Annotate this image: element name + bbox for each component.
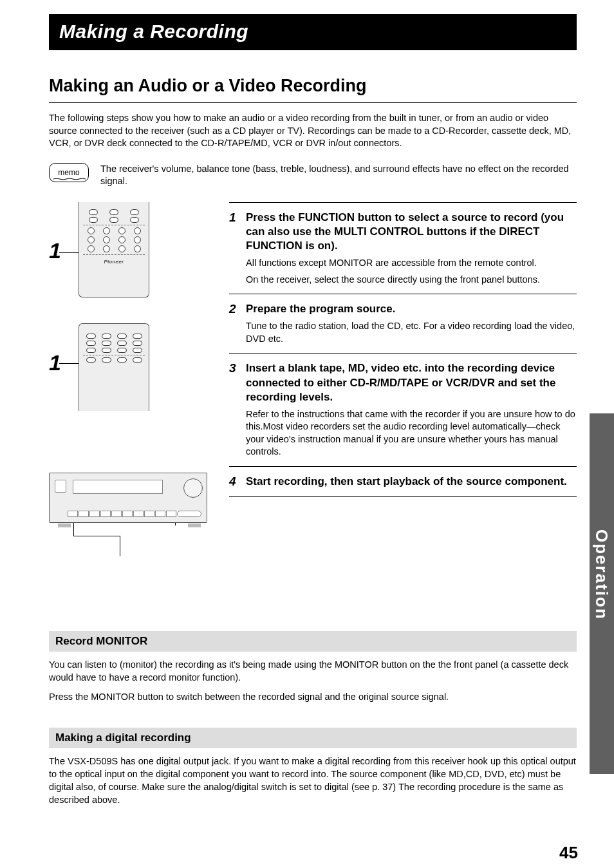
receiver-unit-icon (49, 473, 207, 523)
memo-wave-icon (53, 178, 86, 180)
figure-receiver: 1 MONITOR (49, 473, 216, 589)
guide-line-icon (120, 536, 120, 556)
remote-illustration-2 (79, 323, 149, 411)
step-body: On the receiver, select the source direc… (246, 274, 577, 287)
remote-illustration-1: Pioneer (79, 202, 149, 297)
subsection-heading-monitor: Record MONITOR (49, 631, 577, 652)
step-number: 3 (229, 361, 239, 375)
subsection-paragraph: The VSX-D509S has one digital output jac… (49, 755, 577, 806)
step-2: 2 Prepare the program source. Tune to th… (229, 294, 577, 354)
intro-paragraph: The following steps show you how to make… (49, 112, 577, 150)
memo-label: memo (58, 168, 79, 177)
subsection-heading-digital: Making a digital recording (49, 728, 577, 748)
step-body: Tune to the radio station, load the CD, … (246, 320, 577, 345)
step-3: 3 Insert a blank tape, MD, video etc. in… (229, 354, 577, 467)
page-number: 45 (559, 843, 578, 863)
side-tab-label: Operation (591, 529, 611, 620)
guide-line-icon (73, 536, 120, 536)
subsection-paragraph: You can listen to (monitor) the recordin… (49, 658, 577, 684)
steps-column: 1 Press the FUNCTION button to select a … (229, 202, 577, 607)
step-title: Start recording, then start playback of … (246, 475, 567, 489)
receiver-illustration: 1 MONITOR (49, 473, 210, 527)
memo-badge: memo (49, 163, 89, 182)
chapter-header-bar: Making a Recording (49, 14, 577, 50)
step-number: 2 (229, 302, 239, 316)
step-body: Refer to the instructions that came with… (246, 408, 577, 458)
figure-remote-1: 1 Pioneer (49, 202, 216, 305)
step-title: Insert a blank tape, MD, video etc. into… (246, 361, 577, 404)
step-title: Prepare the program source. (246, 302, 395, 316)
figure-1-callout: 1 (49, 238, 61, 263)
page: Making a Recording Making an Audio or a … (0, 14, 614, 868)
step-4: 4 Start recording, then start playback o… (229, 467, 577, 497)
figures-column: 1 Pioneer 1 (49, 202, 216, 607)
step-body: All functions except MONITOR are accessi… (246, 257, 577, 270)
section-heading: Making an Audio or a Video Recording (49, 76, 577, 103)
callout-line-icon (59, 252, 80, 253)
content-area: Making an Audio or a Video Recording The… (0, 76, 614, 806)
two-column-layout: 1 Pioneer 1 (49, 202, 577, 607)
step-number: 4 (229, 475, 239, 489)
callout-line-icon (59, 363, 80, 364)
brand-label: Pioneer (83, 259, 145, 265)
chapter-title: Making a Recording (59, 21, 566, 42)
subsection-paragraph: Press the MONITOR button to switch betwe… (49, 690, 577, 703)
figure-remote-2: 1 (49, 323, 216, 420)
step-number: 1 (229, 211, 239, 225)
step-1: 1 Press the FUNCTION button to select a … (229, 203, 577, 294)
memo-block: memo The receiver's volume, balance tone… (49, 163, 577, 188)
memo-text: The receiver's volume, balance tone (bas… (100, 163, 577, 188)
step-title: Press the FUNCTION button to select a so… (246, 211, 577, 253)
